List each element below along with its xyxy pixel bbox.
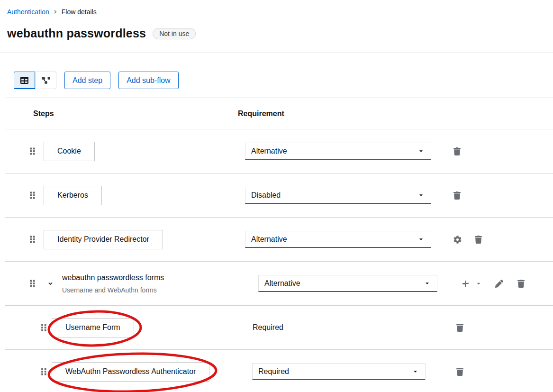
steps-cell: Kerberos xyxy=(5,186,245,205)
add-subflow-button[interactable]: Add sub-flow xyxy=(118,72,179,89)
requirement-cell: Alternative xyxy=(245,275,437,292)
settings-button[interactable] xyxy=(453,236,462,244)
requirement-cell: Required xyxy=(245,363,437,380)
divider xyxy=(0,53,553,53)
drag-handle-icon xyxy=(30,280,35,287)
caret-down-icon xyxy=(418,237,424,242)
caret-down-icon xyxy=(425,281,430,286)
drag-handle[interactable] xyxy=(30,191,35,199)
flow-table-body: CookieAlternativeKerberosDisabledIdentit… xyxy=(5,129,553,392)
trash-icon xyxy=(517,280,525,288)
actions-cell xyxy=(437,368,553,376)
drag-handle-icon xyxy=(30,236,35,243)
drag-handle[interactable] xyxy=(41,368,46,375)
gear-icon xyxy=(453,236,462,244)
drag-handle-icon xyxy=(30,147,35,155)
drag-handle-icon xyxy=(30,191,35,199)
view-toggle-group xyxy=(14,72,56,89)
add-step-button[interactable]: Add step xyxy=(64,72,110,89)
delete-button[interactable] xyxy=(475,236,482,244)
trash-icon xyxy=(453,191,461,200)
actions-cell xyxy=(437,147,553,155)
flow-steps-table: Steps Requirement CookieAlternativeKerbe… xyxy=(5,98,553,392)
table-row: WebAuthn Passwordless AuthenticatorRequi… xyxy=(5,350,553,392)
drag-handle-icon xyxy=(41,368,46,375)
steps-cell: Cookie xyxy=(5,142,245,161)
requirement-text: Required xyxy=(253,323,283,331)
table-icon xyxy=(20,76,28,84)
requirement-value: Disabled xyxy=(251,191,281,200)
subflow-description: Username and WebAuthn forms xyxy=(62,286,164,294)
diagram-view-button[interactable] xyxy=(35,72,56,89)
requirement-select[interactable]: Required xyxy=(252,363,426,380)
delete-button[interactable] xyxy=(453,191,461,200)
caret-down-icon xyxy=(476,281,481,286)
requirement-select[interactable]: Disabled xyxy=(245,187,431,204)
steps-cell: webauthn passwordless formsUsername and … xyxy=(5,273,245,294)
breadcrumb-link-authentication[interactable]: Authentication xyxy=(7,8,49,16)
page-header: webauthn passwordless Not in use xyxy=(7,27,553,40)
delete-button[interactable] xyxy=(456,368,463,376)
requirement-value: Alternative xyxy=(264,279,300,288)
caret-down-icon xyxy=(413,369,418,374)
step-name-box[interactable]: Cookie xyxy=(44,142,95,161)
steps-cell: WebAuthn Passwordless Authenticator xyxy=(5,362,245,382)
trash-icon xyxy=(456,368,463,376)
drag-handle[interactable] xyxy=(30,236,35,243)
diagram-icon xyxy=(42,77,50,84)
requirement-cell: Alternative xyxy=(245,143,437,160)
pencil-icon xyxy=(495,280,503,288)
breadcrumb: Authentication Flow details xyxy=(0,0,553,16)
column-header-steps: Steps xyxy=(33,109,245,118)
actions-cell xyxy=(437,236,553,244)
edit-button[interactable] xyxy=(495,280,503,288)
delete-button[interactable] xyxy=(453,147,461,155)
column-header-requirement: Requirement xyxy=(238,109,553,118)
requirement-value: Alternative xyxy=(251,147,287,155)
breadcrumb-separator-icon xyxy=(54,9,57,15)
steps-cell: Username Form xyxy=(5,318,245,337)
table-row: Identity Provider RedirectorAlternative xyxy=(5,218,553,262)
step-name-box[interactable]: WebAuthn Passwordless Authenticator xyxy=(52,362,209,382)
actions-cell xyxy=(437,280,553,288)
requirement-value: Required xyxy=(258,367,289,376)
actions-cell xyxy=(437,324,553,332)
table-row: CookieAlternative xyxy=(5,129,553,173)
caret-down-icon xyxy=(418,192,424,198)
step-name-box[interactable]: Identity Provider Redirector xyxy=(44,230,163,249)
table-row: KerberosDisabled xyxy=(5,173,553,218)
table-header: Steps Requirement xyxy=(5,98,553,129)
trash-icon xyxy=(475,236,482,244)
requirement-select[interactable]: Alternative xyxy=(258,275,437,292)
step-name-box[interactable]: Kerberos xyxy=(44,186,102,205)
trash-icon xyxy=(453,147,461,155)
requirement-select[interactable]: Alternative xyxy=(245,231,431,248)
chevron-down-icon xyxy=(47,281,54,287)
plus-icon xyxy=(462,280,469,287)
requirement-cell: Required xyxy=(245,323,437,332)
table-row: Username FormRequired xyxy=(5,306,553,350)
add-step-dropdown-button[interactable] xyxy=(462,280,481,287)
requirement-value: Alternative xyxy=(251,235,287,244)
expand-toggle[interactable] xyxy=(47,281,54,287)
requirement-cell: Disabled xyxy=(245,187,437,204)
drag-handle-icon xyxy=(41,324,46,331)
drag-handle[interactable] xyxy=(30,280,35,287)
delete-button[interactable] xyxy=(456,324,463,332)
requirement-select[interactable]: Alternative xyxy=(245,143,431,160)
table-view-button[interactable] xyxy=(14,72,35,89)
table-row: webauthn passwordless formsUsername and … xyxy=(5,262,553,306)
caret-down-icon xyxy=(418,148,424,154)
page-title: webauthn passwordless xyxy=(7,27,146,40)
trash-icon xyxy=(456,324,463,332)
actions-cell xyxy=(437,191,553,200)
drag-handle[interactable] xyxy=(41,324,46,331)
step-name-box[interactable]: Username Form xyxy=(52,318,134,337)
subflow-name: webauthn passwordless forms xyxy=(62,273,164,283)
requirement-cell: Alternative xyxy=(245,231,437,248)
toolbar: Add step Add sub-flow xyxy=(14,72,553,89)
delete-button[interactable] xyxy=(517,280,525,288)
steps-cell: Identity Provider Redirector xyxy=(5,230,245,249)
drag-handle[interactable] xyxy=(30,147,35,155)
status-badge: Not in use xyxy=(153,28,196,39)
